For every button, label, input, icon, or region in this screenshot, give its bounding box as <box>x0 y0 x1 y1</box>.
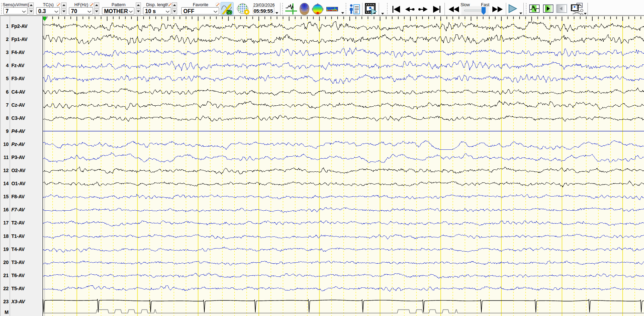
svg-text:50: 50 <box>227 10 232 15</box>
